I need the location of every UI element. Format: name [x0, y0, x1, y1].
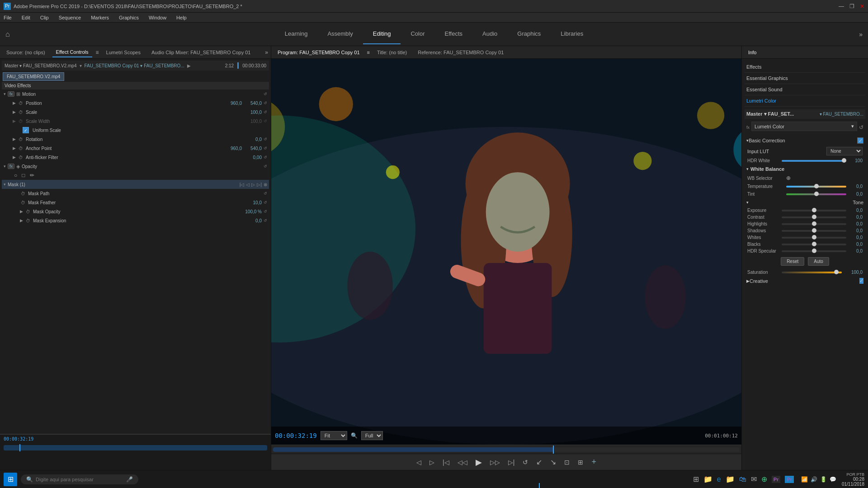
tab-learning[interactable]: Learning	[275, 24, 318, 44]
menu-help[interactable]: Help	[175, 14, 189, 21]
lumetri-reset-icon[interactable]: ↺	[859, 124, 863, 131]
tab-lumetri-scopes[interactable]: Lumetri Scopes	[103, 48, 144, 57]
anchor-expand-icon[interactable]: ▶	[13, 146, 16, 150]
rect-shape-icon[interactable]: □	[22, 172, 25, 178]
tone-header[interactable]: ▾ Tone	[745, 198, 865, 207]
tab-program[interactable]: Program: FAU_SETEMBRO Copy 01	[274, 48, 363, 57]
shadows-thumb[interactable]	[812, 228, 816, 233]
volume-icon[interactable]: 🔊	[811, 476, 817, 483]
menu-graphics[interactable]: Graphics	[117, 14, 141, 21]
creative-header[interactable]: ▶ Creative ✓	[745, 276, 865, 286]
auto-button[interactable]: Auto	[808, 257, 829, 266]
saturation-slider[interactable]	[782, 272, 842, 273]
tab-effect-controls[interactable]: Effect Controls	[52, 47, 92, 57]
lumetri-clip-selector[interactable]: ▾ FAU_SETEMBRO...	[820, 112, 863, 117]
basic-correction-checkbox[interactable]: ✓	[857, 137, 863, 144]
anti-flicker-expand-icon[interactable]: ▶	[13, 155, 16, 160]
rotation-value[interactable]: 0,0	[235, 137, 262, 142]
menu-clip[interactable]: Clip	[38, 14, 51, 21]
mask-prev-icon[interactable]: |◁	[240, 182, 245, 187]
ellipse-shape-icon[interactable]: ○	[14, 172, 17, 178]
opacity-shapes-row[interactable]: ○ □ ✏	[2, 171, 269, 180]
motion-effect-row[interactable]: ▾ fx ⊞ Motion ↺	[2, 89, 269, 99]
tab-effects[interactable]: Effects	[435, 24, 473, 44]
scale-animate-icon[interactable]: ⏱	[18, 109, 24, 115]
anchor-animate-icon[interactable]: ⏱	[18, 145, 24, 151]
step-back-button[interactable]: ◁◁	[456, 458, 469, 467]
tab-info[interactable]: Info	[745, 48, 760, 57]
go-to-out-button[interactable]: ▷|	[506, 458, 517, 467]
more-workspaces-icon[interactable]: »	[859, 31, 863, 38]
microphone-icon[interactable]: 🎤	[126, 476, 133, 483]
minimize-button[interactable]: —	[839, 3, 844, 9]
add-marker-button[interactable]: +	[590, 456, 598, 468]
motion-collapse-icon[interactable]: ▾	[4, 92, 6, 96]
tab-audio[interactable]: Audio	[472, 24, 507, 44]
opacity-collapse-icon[interactable]: ▾	[4, 164, 6, 169]
position-expand-icon[interactable]: ▶	[13, 101, 16, 105]
input-lut-select[interactable]: None	[826, 147, 863, 155]
export-frame-button[interactable]: ⊞	[576, 458, 585, 467]
step-forward-button[interactable]: ▷▷	[488, 458, 502, 467]
whites-thumb[interactable]	[812, 235, 816, 239]
go-to-in-button[interactable]: |◁	[441, 458, 451, 467]
tab-editing[interactable]: Editing	[363, 24, 401, 44]
contrast-slider[interactable]	[782, 216, 846, 218]
saturation-thumb[interactable]	[834, 270, 839, 274]
mask-collapse-icon[interactable]: ▾	[4, 182, 6, 187]
menu-file[interactable]: File	[2, 14, 14, 21]
anti-flicker-animate-icon[interactable]: ⏱	[18, 154, 24, 160]
hdr-specular-thumb[interactable]	[812, 249, 816, 253]
uniform-scale-checkbox[interactable]: ✓	[23, 127, 29, 133]
basic-correction-header[interactable]: ▾ Basic Correction ✓	[745, 136, 865, 145]
shadows-slider[interactable]	[782, 230, 846, 232]
hdr-specular-slider[interactable]	[782, 250, 846, 252]
mask-feather-value[interactable]: 10,0	[235, 200, 262, 205]
anchor-y-value[interactable]: 540,0	[244, 146, 262, 151]
creative-checkbox[interactable]: ✓	[859, 278, 863, 284]
mask-opacity-row[interactable]: ▶ ⏱ Mask Opacity 100,0 % ↺	[2, 207, 269, 216]
mask-opacity-value[interactable]: 100,0 %	[235, 209, 262, 214]
play-button[interactable]: ▶	[474, 456, 484, 468]
hdr-white-slider[interactable]	[782, 160, 846, 162]
position-row[interactable]: ▶ ⏱ Position 960,0 540,0 ↺	[2, 99, 269, 108]
rotation-animate-icon[interactable]: ⏱	[18, 136, 24, 142]
opacity-effect-row[interactable]: ▾ fx ◈ Opacity ↺	[2, 162, 269, 171]
maximize-button[interactable]: ❐	[849, 3, 854, 9]
tab-source[interactable]: Source: (no clips)	[3, 48, 49, 57]
mark-in-button[interactable]: ◁	[415, 458, 423, 467]
scale-width-row[interactable]: ▶ ⏱ Scale Width 100,0 ↺	[2, 117, 269, 126]
info-essential-sound[interactable]: Essential Sound	[745, 84, 865, 95]
zoom-icon[interactable]: 🔍	[351, 432, 358, 439]
mask-back-icon[interactable]: ◁	[246, 182, 250, 187]
tab-audio-clip-mixer[interactable]: Audio Clip Mixer: FAU_SETEMBRO Copy 01	[148, 48, 254, 57]
network-icon[interactable]: 📶	[801, 476, 808, 483]
panel-expand-icon[interactable]: »	[265, 49, 268, 56]
anti-flicker-reset-icon[interactable]: ↺	[264, 155, 267, 160]
exposure-thumb[interactable]	[812, 208, 816, 212]
mask-expansion-expand-icon[interactable]: ▶	[20, 218, 23, 223]
effect-controls-menu-icon[interactable]: ≡	[96, 49, 99, 56]
mask-record-icon[interactable]: ⊗	[264, 182, 267, 187]
close-button[interactable]: ✕	[860, 3, 864, 9]
tab-graphics[interactable]: Graphics	[507, 24, 551, 44]
exposure-slider[interactable]	[782, 210, 846, 211]
hdr-white-thumb[interactable]	[842, 158, 846, 163]
anchor-x-value[interactable]: 960,0	[215, 146, 242, 151]
taskbar-search-input[interactable]	[36, 477, 123, 482]
motion-reset-icon[interactable]: ↺	[264, 92, 267, 96]
tint-slider[interactable]	[786, 193, 846, 195]
position-animate-icon[interactable]: ⏱	[18, 100, 24, 106]
anchor-point-row[interactable]: ▶ ⏱ Anchor Point 960,0 540,0 ↺	[2, 144, 269, 153]
rotation-reset-icon[interactable]: ↺	[264, 137, 267, 141]
info-lumetri-color[interactable]: Lumetri Color	[745, 95, 865, 107]
blacks-thumb[interactable]	[812, 242, 816, 246]
insert-button[interactable]: ↙	[534, 457, 544, 467]
contrast-thumb[interactable]	[812, 215, 816, 219]
tab-assembly[interactable]: Assembly	[317, 24, 363, 44]
mask-feather-animate-icon[interactable]: ⏱	[20, 199, 26, 206]
mask-opacity-animate-icon[interactable]: ⏱	[25, 208, 31, 215]
battery-icon[interactable]: 🔋	[820, 476, 827, 483]
scale-row[interactable]: ▶ ⏱ Scale 100,0 ↺	[2, 108, 269, 117]
info-effects[interactable]: Effects	[745, 61, 865, 73]
